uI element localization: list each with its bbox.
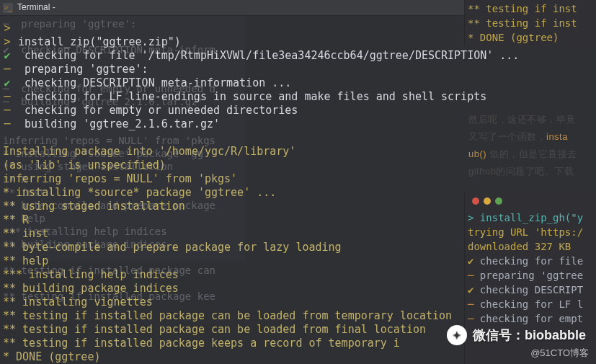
right-bot-line: ─ preparing 'ggtree bbox=[468, 268, 593, 283]
right-panel-top: ** testing if inst** testing if inst* DO… bbox=[464, 0, 596, 46]
right-bot-line: trying URL 'https:/ bbox=[468, 225, 593, 239]
terminal-line: ─ checking for LF line-endings in source… bbox=[3, 90, 595, 104]
line-text: * DONE (ggtree) bbox=[3, 350, 100, 363]
terminal-line: ─ preparing 'ggtree': bbox=[3, 63, 595, 76]
line-text: building 'ggtree_2.1.6.tar.gz' bbox=[12, 117, 220, 130]
line-text: ** installing vignettes bbox=[3, 296, 153, 308]
traffic-close-icon bbox=[472, 197, 479, 205]
right-top-line: ** testing if inst bbox=[468, 1, 593, 16]
terminal-app-icon: >_ bbox=[3, 3, 13, 13]
right-bot-line: ✔ checking for file bbox=[468, 254, 593, 268]
line-mark-icon: > bbox=[3, 35, 12, 49]
line-text: checking for file '/tmp/RtmpHiXVWl/file3… bbox=[12, 49, 519, 62]
line-text: checking for empty or unneeded directori… bbox=[12, 104, 298, 117]
line-mark-icon: ✔ bbox=[3, 76, 12, 90]
line-text: ** testing if installed package can be l… bbox=[3, 323, 426, 336]
line-mark-icon: ─ bbox=[3, 90, 12, 104]
traffic-lights bbox=[468, 193, 593, 210]
article-line: github的问题了吧。下载 bbox=[468, 163, 592, 180]
line-text: ** testing if installed package can be l… bbox=[3, 309, 452, 322]
article-line: 又写了一个函数，insta bbox=[468, 128, 592, 146]
line-text: ** testing if installed package keeps a … bbox=[3, 337, 400, 350]
terminal-line: ✔ checking for file '/tmp/RtmpHiXVWl/fil… bbox=[3, 49, 595, 63]
right-top-line: ** testing if inst bbox=[468, 16, 593, 30]
article-line: ub() 似的，但是它直接去 bbox=[468, 146, 592, 163]
right-bot-line: > install_zip_gh("y bbox=[468, 210, 593, 225]
wechat-icon: ✦ bbox=[447, 325, 467, 345]
line-text: preparing 'ggtree': bbox=[12, 63, 148, 76]
traffic-max-icon bbox=[495, 197, 502, 205]
line-mark-icon: > bbox=[3, 22, 12, 35]
line-text: ** using staged installation bbox=[3, 200, 185, 213]
line-mark-icon: ─ bbox=[3, 63, 12, 76]
line-mark-icon: ─ bbox=[3, 104, 12, 117]
right-article-text: 然后呢，这还不够，毕竟 又写了一个函数，insta ub() 似的，但是它直接去… bbox=[464, 107, 596, 185]
article-line: 然后呢，这还不够，毕竟 bbox=[468, 111, 592, 128]
line-text: Installing package into '/home/ygc/R/lib… bbox=[3, 145, 295, 158]
line-text: ** R bbox=[3, 213, 29, 226]
line-text: checking for LF line-endings in source a… bbox=[12, 90, 486, 103]
line-text: ** inst bbox=[3, 227, 48, 240]
blog-watermark: @51CTO博客 bbox=[530, 346, 589, 360]
traffic-min-icon bbox=[484, 197, 491, 205]
line-mark-icon: ✔ bbox=[3, 49, 12, 63]
window-title: Terminal - bbox=[17, 1, 55, 14]
right-bot-line: ✔ checking DESCRIPT bbox=[468, 283, 593, 297]
wechat-watermark: ✦ 微信号：biobabble bbox=[447, 325, 586, 345]
line-text: inferring 'repos = NULL' from 'pkgs' bbox=[3, 172, 237, 185]
right-top-line: * DONE (ggtree) bbox=[468, 30, 593, 45]
right-bot-line: ─ checking for LF l bbox=[468, 297, 593, 311]
line-text: ** help bbox=[3, 254, 48, 267]
terminal-line: ✔ checking DESCRIPTION meta-information … bbox=[3, 76, 595, 90]
line-text: install_zip("ggtree.zip") bbox=[12, 35, 181, 48]
line-text bbox=[3, 131, 22, 144]
line-text: (as 'lib' is unspecified) bbox=[3, 159, 166, 172]
line-text: checking DESCRIPTION meta-information ..… bbox=[12, 76, 291, 89]
line-mark-icon: ─ bbox=[3, 117, 12, 131]
line-text: * installing *source* package 'ggtree' .… bbox=[3, 186, 276, 199]
right-bot-line: downloaded 327 KB bbox=[468, 239, 593, 254]
wechat-text: 微信号：biobabble bbox=[473, 329, 586, 342]
line-text: *** installing help indices bbox=[3, 268, 179, 281]
line-text: ** byte-compile and prepare package for … bbox=[3, 241, 342, 254]
right-bot-line: ─ checking for empt bbox=[468, 311, 593, 326]
line-text: ** building package indices bbox=[3, 282, 179, 295]
